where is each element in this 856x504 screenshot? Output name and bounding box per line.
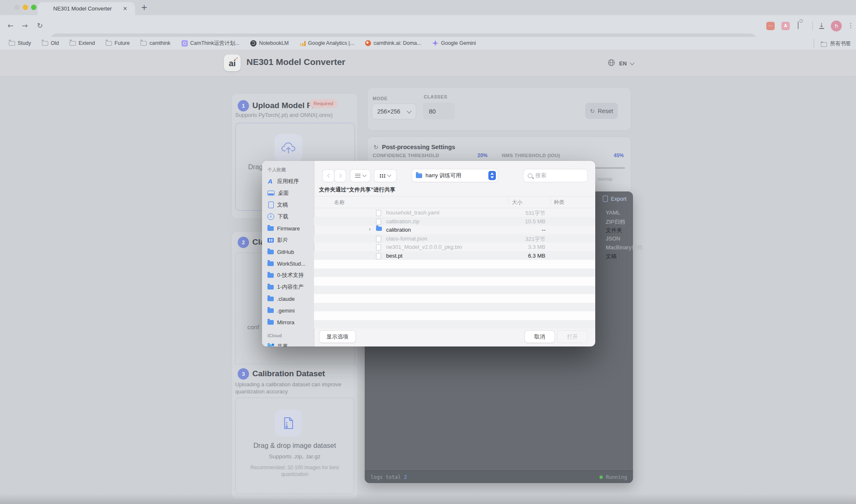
dataset-dropzone[interactable]: Drag & drop image dataset Supports .zip,… [235,398,354,494]
browser-tab[interactable]: NE301 Model Converter ✕ [38,2,135,15]
back-button[interactable]: ← [8,21,13,30]
model-drop-text: Drag [248,163,263,171]
export-button[interactable]: Export [603,196,627,202]
cancel-button[interactable]: 取消 [525,331,555,343]
app-logo: ai [224,54,241,71]
sidebar-item[interactable]: 文稿 [262,199,314,211]
traffic-light-zoom[interactable] [31,5,36,10]
profile-avatar[interactable]: h [831,21,842,31]
sidebar-item[interactable]: 1-内容生产 [262,281,314,293]
sidebar-item[interactable]: WorkStud... [262,258,314,269]
sidebar-item[interactable]: 0-技术支持 [262,269,314,281]
file-row[interactable]: › best.pt 6.3 MB 文稿 [314,251,595,260]
translate-icon[interactable]: A [781,22,790,30]
show-options-label: 显示选项 [327,333,348,341]
mode-label: MODE [373,96,387,101]
column-kind[interactable]: 种类 [554,199,564,206]
location-stepper-icon[interactable] [488,171,496,180]
file-row[interactable]: › ne301_Model_v2.0.0.0_pkg.bin 3.3 MB Ma… [314,243,595,251]
bookmark-item[interactable]: NotebookLM [245,37,294,49]
file-kind: MacBinary归档 [606,244,642,251]
page-header [0,49,856,77]
file-row[interactable]: › calibration.zip 10.5 MB ZIP归档 [314,217,595,226]
file-icon [376,227,382,231]
sidebar-item[interactable]: Mirrora [262,316,314,328]
bookmark-icon [9,41,15,46]
page-title: NE301 Model Converter [246,57,345,67]
sidebar-item[interactable]: 下载 [262,211,314,222]
dataset-drop-note: Recommended: 32-100 images for best quan… [248,464,341,478]
bookmark-item[interactable]: Google Gemini [427,37,481,49]
all-bookmarks-label[interactable]: 所有书签 [830,40,851,47]
sidebar-item[interactable]: 影片 [262,234,314,246]
file-size: 3.3 MB [528,244,545,250]
bookmark-item[interactable]: Google Analytics |... [294,37,360,49]
language-selector[interactable]: EN [619,60,627,67]
bookmark-icon [42,41,48,46]
bookmark-item[interactable]: CamThink运营计划... [176,37,245,49]
confidence-label: CONFIDENCE THRESHOLD [373,153,439,158]
file-size: 531字节 [525,209,545,217]
extensions-puzzle-icon[interactable] [798,21,799,29]
traffic-light-close[interactable] [14,5,20,10]
file-row[interactable]: › class-format.json 321字节 JSON [314,234,595,243]
column-separator[interactable] [550,199,551,204]
dialog-back-button[interactable] [323,170,334,182]
favorites-header: 个人收藏 [267,167,314,173]
extension-red-icon[interactable]: ⋯ [766,22,775,30]
open-button[interactable]: 打开 [558,331,587,343]
logs-count: 2 [404,474,407,480]
reload-button[interactable]: ↻ [37,21,43,30]
file-row[interactable]: › household_trash.yaml 531字节 YAML [314,208,595,217]
dialog-search-field[interactable]: 搜索 [524,169,587,182]
log-status-bar: logs total 2 Running [365,470,633,483]
file-kind: ZIP归档 [606,218,625,226]
post-title: Post-processing Settings [382,144,455,150]
sidebar-item[interactable]: 桌面 [262,187,314,199]
column-separator[interactable] [508,199,509,204]
traffic-light-minimize[interactable] [23,5,28,10]
sidebar-item[interactable]: 应用程序 [262,176,314,187]
tab-close-icon[interactable]: ✕ [123,5,127,12]
downloads-icon[interactable]: ↓ [819,22,824,29]
column-size[interactable]: 大小 [512,199,522,206]
bookmark-item[interactable]: Study [3,37,36,49]
bookmark-item[interactable]: Extend [64,37,100,49]
browser-menu-icon[interactable]: ⋮ [848,22,854,29]
reset-button[interactable]: ↻ Reset [585,103,618,119]
location-dropdown[interactable]: harry 训练可用 [412,169,498,182]
list-view-button[interactable] [350,170,370,182]
column-name[interactable]: 名称 [334,199,345,206]
new-tab-button[interactable]: + [141,3,148,12]
chevron-down-icon [362,173,366,177]
sidebar-item-label: 应用程序 [277,178,299,185]
show-options-button[interactable]: 显示选项 [319,331,355,343]
sidebar-item-label: WorkStud... [277,261,306,267]
sidebar-item-icon [267,250,274,254]
file-row[interactable]: › calibration -- 文件夹 [314,225,595,234]
group-view-button[interactable] [374,170,396,182]
bookmark-item[interactable]: camthink.ai: Doma... [360,37,427,49]
bookmark-item[interactable]: Future [100,37,135,49]
forward-button[interactable]: → [22,21,28,30]
dialog-forward-button[interactable] [335,170,346,182]
dataset-drop-title: Drag & drop image dataset [236,442,354,450]
sidebar-item[interactable]: Firmware [262,222,314,234]
file-size: 321字节 [525,235,545,243]
bookmark-item[interactable]: Old [36,37,64,49]
sidebar-item[interactable]: .gemini [262,305,314,316]
sidebar-item[interactable]: 共享 [262,341,314,346]
classes-input[interactable]: 80 [423,103,455,119]
file-list: › household_trash.yaml 531字节 YAML › cali… [314,208,595,260]
export-file-icon [603,196,608,202]
browser-tab-strip: NE301 Model Converter ✕ + [0,0,856,15]
disclosure-triangle-icon[interactable]: › [369,226,371,232]
empty-rows [314,260,595,328]
bookmark-item[interactable]: camthink [135,37,176,49]
mode-select[interactable]: 256×256 [372,103,416,119]
sidebar-item-icon [267,213,274,220]
sidebar-item[interactable]: .claude [262,293,314,305]
running-dot-icon [599,476,603,479]
sidebar-item[interactable]: GitHub [262,246,314,258]
sidebar-item-label: GitHub [277,249,294,255]
